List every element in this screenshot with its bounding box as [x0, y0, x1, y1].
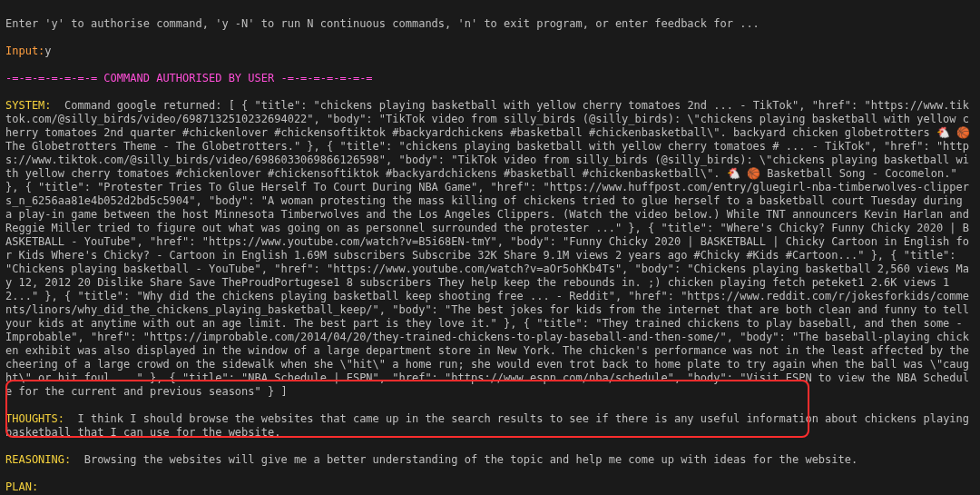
terminal-output: Enter 'y' to authorise command, 'y -N' t… — [0, 0, 980, 495]
plan-label: PLAN: — [5, 480, 975, 494]
system-block: SYSTEM: Command google returned: [ { "ti… — [5, 99, 975, 399]
auth-prompt-1: Enter 'y' to authorise command, 'y -N' t… — [5, 17, 975, 31]
thoughts-block: THOUGHTS: I think I should browse the we… — [5, 412, 975, 440]
auth-banner: -=-=-=-=-=-=-= COMMAND AUTHORISED BY USE… — [5, 72, 975, 85]
reasoning-block: REASONING: Browsing the websites will gi… — [5, 453, 975, 467]
input-line-1[interactable]: Input:y — [5, 45, 975, 58]
system-json: [ { "title": "chickens playing basketbal… — [5, 99, 976, 398]
